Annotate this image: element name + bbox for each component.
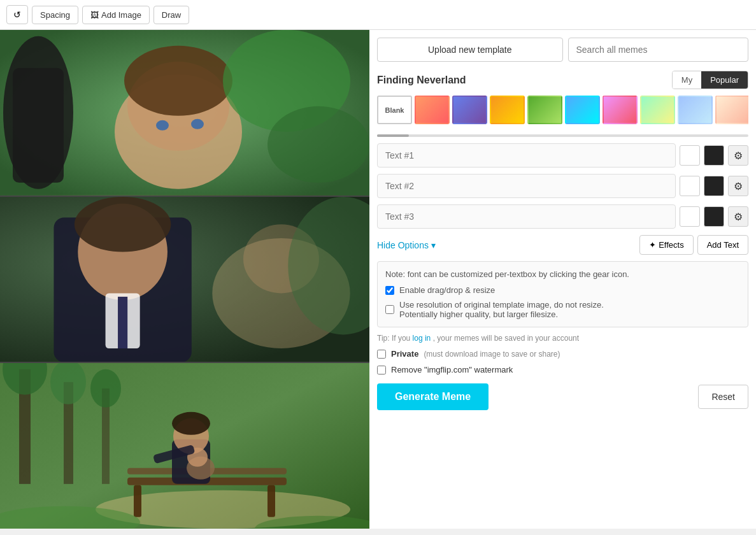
enable-drag-checkbox[interactable] [385, 286, 394, 295]
text-1-color-white[interactable] [680, 145, 700, 166]
my-popular-tabs: My Popular [672, 71, 748, 89]
private-sub: (must download image to save or share) [424, 350, 560, 359]
private-checkbox[interactable] [377, 350, 386, 359]
thumb-8[interactable] [678, 96, 713, 124]
generate-meme-button[interactable]: Generate Meme [377, 383, 489, 410]
svg-rect-29 [267, 485, 275, 517]
thumb-3[interactable] [490, 96, 525, 124]
text-3-color-black[interactable] [704, 206, 724, 227]
thumb-4[interactable] [527, 96, 562, 124]
text-2-color-black[interactable] [704, 176, 724, 196]
text-2-color-white[interactable] [680, 176, 700, 196]
tab-my[interactable]: My [673, 71, 701, 89]
thumb-7[interactable] [640, 96, 675, 124]
use-resolution-label: Use resolution of original template imag… [399, 300, 604, 319]
template-thumbnails: Blank [377, 96, 748, 127]
text-2-input[interactable] [377, 174, 676, 198]
svg-rect-15 [118, 297, 127, 348]
thumb-6[interactable] [603, 96, 638, 124]
draw-button[interactable]: Draw [153, 6, 189, 24]
text-1-input[interactable] [377, 143, 676, 168]
svg-point-33 [172, 412, 210, 435]
effects-button[interactable]: ✦ Effects [639, 235, 694, 255]
spacing-label: Spacing [40, 10, 70, 20]
scroll-track [377, 134, 409, 137]
options-box: Note: font can be customized per-textbox… [377, 261, 748, 327]
text-1-color-black[interactable] [704, 145, 724, 166]
private-row: Private (must download image to save or … [377, 349, 748, 359]
options-note: Note: font can be customized per-textbox… [385, 269, 740, 279]
reset-button[interactable]: Reset [698, 385, 748, 409]
hide-options-label: Hide Options ▾ [377, 240, 436, 250]
thumb-1[interactable] [415, 96, 450, 124]
text-2-row: ⚙ [377, 174, 748, 198]
watermark-row: Remove "imgflip.com" watermark [377, 365, 748, 374]
text-3-input[interactable] [377, 204, 676, 229]
use-resolution-checkbox[interactable] [385, 305, 394, 314]
add-image-button[interactable]: 🖼 Add Image [82, 6, 150, 24]
meme-panel-3 [0, 363, 369, 529]
hide-options-button[interactable]: Hide Options ▾ [377, 240, 436, 250]
text-3-gear-button[interactable]: ⚙ [728, 206, 748, 227]
thumb-2[interactable] [452, 96, 487, 124]
main-layout: Upload new template Finding Neverland My… [0, 30, 756, 529]
add-image-icon: 🖼 [90, 10, 99, 20]
generate-reset-row: Generate Meme Reset [377, 383, 748, 410]
add-image-label: Add Image [101, 10, 141, 20]
meme-panel-1 [0, 30, 369, 197]
right-panel: Upload new template Finding Neverland My… [369, 30, 756, 529]
watermark-checkbox[interactable] [377, 366, 386, 374]
template-header: Finding Neverland My Popular [377, 71, 748, 89]
svg-point-5 [124, 46, 232, 116]
thumb-5[interactable] [565, 96, 600, 124]
tip-text: Tip: If you log in , your memes will be … [377, 334, 748, 343]
watermark-label: Remove "imgflip.com" watermark [391, 365, 513, 374]
rotate-button[interactable]: ↺ [6, 5, 28, 24]
svg-point-6 [156, 120, 169, 131]
effects-icon: ✦ [649, 240, 656, 250]
text-1-row: ⚙ [377, 143, 748, 168]
spacing-button[interactable]: Spacing [32, 6, 78, 24]
text-2-gear-button[interactable]: ⚙ [728, 176, 748, 196]
meme-panel-2 [0, 197, 369, 364]
enable-drag-label: Enable drag/drop & resize [399, 285, 495, 295]
add-text-button[interactable]: Add Text [697, 235, 748, 255]
draw-label: Draw [162, 10, 181, 20]
use-resolution-row: Use resolution of original template imag… [385, 300, 740, 319]
enable-drag-row: Enable drag/drop & resize [385, 285, 740, 295]
svg-rect-28 [134, 485, 141, 517]
meme-canvas [0, 30, 369, 529]
upload-search-row: Upload new template [377, 38, 748, 62]
effects-label: Effects [659, 240, 684, 250]
toolbar: ↺ Spacing 🖼 Add Image Draw [0, 0, 756, 30]
thumb-9[interactable] [715, 96, 748, 124]
svg-point-13 [75, 197, 171, 252]
template-title: Finding Neverland [377, 75, 466, 86]
meme-panels [0, 30, 369, 529]
text-1-gear-button[interactable]: ⚙ [728, 145, 748, 166]
tab-popular[interactable]: Popular [701, 71, 748, 89]
scroll-indicator [377, 134, 748, 137]
upload-template-button[interactable]: Upload new template [377, 38, 563, 62]
effects-add-row: ✦ Effects Add Text [639, 235, 748, 255]
text-3-color-white[interactable] [680, 206, 700, 227]
log-in-link[interactable]: log in [413, 334, 431, 343]
text-3-row: ⚙ [377, 204, 748, 229]
svg-point-9 [267, 106, 369, 183]
svg-point-25 [90, 369, 121, 408]
private-label: Private [391, 349, 418, 359]
svg-point-7 [191, 119, 204, 129]
svg-rect-2 [13, 68, 64, 183]
options-effects-row: Hide Options ▾ ✦ Effects Add Text [377, 235, 748, 255]
thumb-blank[interactable]: Blank [377, 96, 412, 124]
search-input[interactable] [568, 38, 749, 62]
